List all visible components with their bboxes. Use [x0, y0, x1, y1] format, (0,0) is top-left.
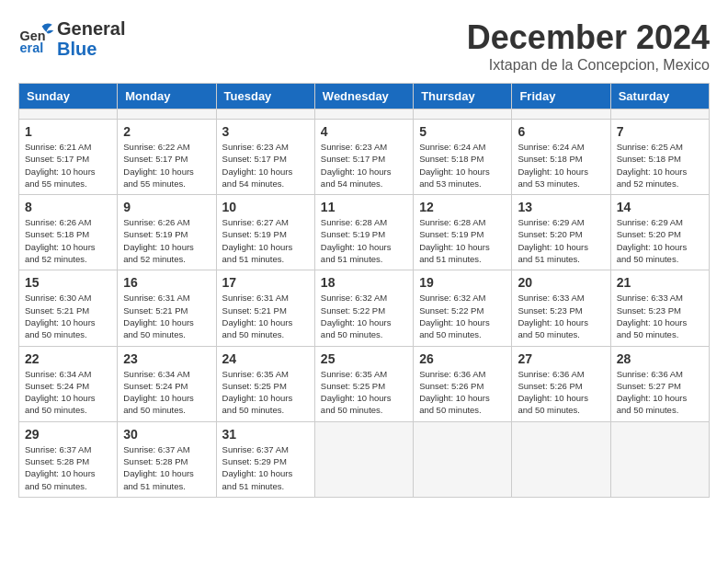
calendar-table: SundayMondayTuesdayWednesdayThursdayFrid… — [18, 83, 710, 498]
table-row: 14Sunrise: 6:29 AMSunset: 5:20 PMDayligh… — [610, 195, 709, 270]
logo-blue-text: Blue — [57, 39, 125, 59]
table-row: 2Sunrise: 6:22 AMSunset: 5:17 PMDaylight… — [118, 120, 216, 195]
day-number: 30 — [123, 427, 210, 442]
day-info: Sunrise: 6:24 AMSunset: 5:18 PMDaylight:… — [419, 141, 506, 190]
table-row: 15Sunrise: 6:30 AMSunset: 5:21 PMDayligh… — [19, 270, 118, 346]
table-row: 21Sunrise: 6:33 AMSunset: 5:23 PMDayligh… — [610, 270, 709, 346]
day-number: 2 — [123, 124, 210, 139]
calendar-day-header: Saturday — [610, 84, 709, 109]
calendar-day-header: Thursday — [414, 84, 512, 109]
day-number: 11 — [321, 200, 407, 214]
day-info: Sunrise: 6:26 AMSunset: 5:18 PMDaylight:… — [25, 216, 111, 265]
table-row: 3Sunrise: 6:23 AMSunset: 5:17 PMDaylight… — [216, 120, 314, 195]
table-row: 27Sunrise: 6:36 AMSunset: 5:26 PMDayligh… — [512, 346, 610, 421]
calendar-day-header: Sunday — [19, 84, 118, 109]
calendar-day-header: Monday — [118, 84, 216, 109]
day-number: 19 — [419, 275, 506, 290]
day-info: Sunrise: 6:26 AMSunset: 5:19 PMDaylight:… — [123, 216, 210, 265]
table-row — [314, 109, 413, 120]
svg-text:eral: eral — [20, 40, 44, 55]
table-row: 13Sunrise: 6:29 AMSunset: 5:20 PMDayligh… — [512, 195, 610, 270]
day-info: Sunrise: 6:23 AMSunset: 5:17 PMDaylight:… — [321, 141, 407, 190]
day-info: Sunrise: 6:32 AMSunset: 5:22 PMDaylight:… — [321, 292, 407, 340]
table-row: 31Sunrise: 6:37 AMSunset: 5:29 PMDayligh… — [216, 421, 314, 497]
day-info: Sunrise: 6:23 AMSunset: 5:17 PMDaylight:… — [222, 141, 309, 190]
day-number: 22 — [25, 351, 111, 366]
table-row — [19, 109, 118, 120]
logo-icon: Gen eral — [18, 20, 55, 57]
day-number: 6 — [518, 124, 604, 139]
day-number: 15 — [25, 275, 111, 290]
day-info: Sunrise: 6:24 AMSunset: 5:18 PMDaylight:… — [518, 141, 604, 190]
day-info: Sunrise: 6:29 AMSunset: 5:20 PMDaylight:… — [617, 216, 703, 265]
table-row: 7Sunrise: 6:25 AMSunset: 5:18 PMDaylight… — [610, 120, 709, 195]
day-number: 7 — [617, 124, 703, 139]
table-row: 23Sunrise: 6:34 AMSunset: 5:24 PMDayligh… — [118, 346, 216, 421]
table-row: 24Sunrise: 6:35 AMSunset: 5:25 PMDayligh… — [216, 346, 314, 421]
location-subtitle: Ixtapan de la Concepcion, Mexico — [467, 57, 710, 74]
day-number: 23 — [123, 351, 210, 366]
day-number: 1 — [25, 124, 111, 139]
title-block: December 2024 Ixtapan de la Concepcion, … — [467, 18, 710, 74]
table-row: 29Sunrise: 6:37 AMSunset: 5:28 PMDayligh… — [19, 421, 118, 497]
day-info: Sunrise: 6:21 AMSunset: 5:17 PMDaylight:… — [25, 141, 111, 190]
table-row: 30Sunrise: 6:37 AMSunset: 5:28 PMDayligh… — [118, 421, 216, 497]
calendar-day-header: Friday — [512, 84, 610, 109]
table-row: 10Sunrise: 6:27 AMSunset: 5:19 PMDayligh… — [216, 195, 314, 270]
day-info: Sunrise: 6:31 AMSunset: 5:21 PMDaylight:… — [123, 292, 210, 340]
day-info: Sunrise: 6:25 AMSunset: 5:18 PMDaylight:… — [617, 141, 703, 190]
day-info: Sunrise: 6:33 AMSunset: 5:23 PMDaylight:… — [617, 292, 703, 340]
day-info: Sunrise: 6:36 AMSunset: 5:26 PMDaylight:… — [518, 368, 604, 417]
day-info: Sunrise: 6:37 AMSunset: 5:29 PMDaylight:… — [222, 443, 309, 492]
table-row: 28Sunrise: 6:36 AMSunset: 5:27 PMDayligh… — [610, 346, 709, 421]
calendar-week-row: 8Sunrise: 6:26 AMSunset: 5:18 PMDaylight… — [19, 195, 710, 270]
day-info: Sunrise: 6:34 AMSunset: 5:24 PMDaylight:… — [25, 368, 111, 417]
day-info: Sunrise: 6:32 AMSunset: 5:22 PMDaylight:… — [419, 292, 506, 340]
day-number: 12 — [419, 200, 506, 214]
table-row — [610, 109, 709, 120]
table-row — [118, 109, 216, 120]
day-number: 8 — [25, 200, 111, 214]
day-number: 9 — [123, 200, 210, 214]
day-info: Sunrise: 6:37 AMSunset: 5:28 PMDaylight:… — [25, 443, 111, 492]
logo-text: General Blue — [57, 18, 125, 59]
calendar-week-row: 22Sunrise: 6:34 AMSunset: 5:24 PMDayligh… — [19, 346, 710, 421]
day-info: Sunrise: 6:28 AMSunset: 5:19 PMDaylight:… — [321, 216, 407, 265]
calendar-header-row: SundayMondayTuesdayWednesdayThursdayFrid… — [19, 84, 710, 109]
table-row: 8Sunrise: 6:26 AMSunset: 5:18 PMDaylight… — [19, 195, 118, 270]
logo-general-text: General — [57, 18, 125, 39]
day-number: 29 — [25, 427, 111, 442]
day-info: Sunrise: 6:27 AMSunset: 5:19 PMDaylight:… — [222, 216, 309, 265]
table-row: 6Sunrise: 6:24 AMSunset: 5:18 PMDaylight… — [512, 120, 610, 195]
table-row: 9Sunrise: 6:26 AMSunset: 5:19 PMDaylight… — [118, 195, 216, 270]
day-number: 27 — [518, 351, 604, 366]
day-number: 3 — [222, 124, 309, 139]
day-number: 20 — [518, 275, 604, 290]
day-number: 24 — [222, 351, 309, 366]
day-number: 26 — [419, 351, 506, 366]
day-number: 13 — [518, 200, 604, 214]
table-row: 17Sunrise: 6:31 AMSunset: 5:21 PMDayligh… — [216, 270, 314, 346]
table-row — [414, 421, 512, 497]
day-info: Sunrise: 6:35 AMSunset: 5:25 PMDaylight:… — [222, 368, 309, 417]
calendar-day-header: Tuesday — [216, 84, 314, 109]
table-row — [216, 109, 314, 120]
day-info: Sunrise: 6:31 AMSunset: 5:21 PMDaylight:… — [222, 292, 309, 340]
day-number: 4 — [321, 124, 407, 139]
table-row: 18Sunrise: 6:32 AMSunset: 5:22 PMDayligh… — [314, 270, 413, 346]
day-number: 17 — [222, 275, 309, 290]
day-info: Sunrise: 6:36 AMSunset: 5:27 PMDaylight:… — [617, 368, 703, 417]
day-number: 18 — [321, 275, 407, 290]
day-number: 28 — [617, 351, 703, 366]
day-info: Sunrise: 6:22 AMSunset: 5:17 PMDaylight:… — [123, 141, 210, 190]
day-number: 10 — [222, 200, 309, 214]
calendar-day-header: Wednesday — [314, 84, 413, 109]
day-info: Sunrise: 6:35 AMSunset: 5:25 PMDaylight:… — [321, 368, 407, 417]
calendar-week-row — [19, 109, 710, 120]
day-number: 16 — [123, 275, 210, 290]
table-row: 12Sunrise: 6:28 AMSunset: 5:19 PMDayligh… — [414, 195, 512, 270]
day-number: 25 — [321, 351, 407, 366]
day-number: 21 — [617, 275, 703, 290]
table-row — [610, 421, 709, 497]
day-info: Sunrise: 6:28 AMSunset: 5:19 PMDaylight:… — [419, 216, 506, 265]
